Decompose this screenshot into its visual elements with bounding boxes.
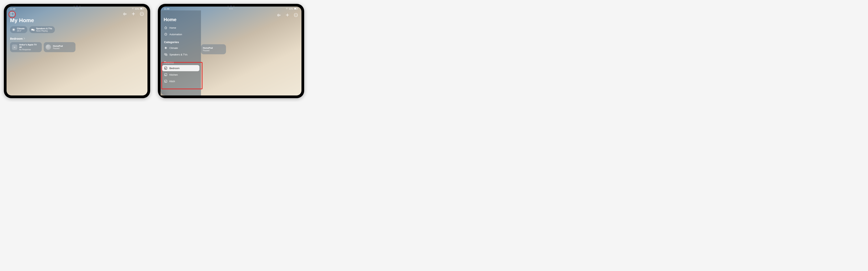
- sidebar-item-kitchen[interactable]: Kitchen: [162, 71, 199, 78]
- tile-subtitle: No Response: [19, 49, 40, 51]
- status-time: 11:49: [164, 8, 169, 10]
- accessory-tile-row: tv Ankur's Apple TV 4K No Response HomeP…: [10, 42, 144, 52]
- svg-point-26: [296, 15, 296, 15]
- section-bedroom[interactable]: Bedroom: [10, 37, 144, 40]
- svg-rect-14: [294, 8, 296, 9]
- status-bar: 11:49 63%: [6, 6, 148, 10]
- status-bar: 11:49 63%: [160, 6, 302, 10]
- chip-title: Climate: [17, 27, 25, 30]
- section-label: Bedroom: [10, 37, 23, 40]
- ipad-frame-2: 11:49 63% Home: [158, 4, 304, 98]
- screen-2: 11:49 63% Home: [160, 6, 302, 95]
- homepod-icon: [45, 44, 51, 50]
- category-chip-row: Climate 28.5° Speakers & TVs None Playin…: [10, 26, 144, 33]
- sidebar-item-label: Bedroom: [169, 67, 180, 70]
- svg-point-8: [141, 14, 141, 14]
- svg-rect-12: [33, 29, 34, 31]
- svg-point-10: [143, 14, 143, 14]
- chip-climate[interactable]: Climate 28.5°: [10, 26, 27, 33]
- svg-point-9: [142, 14, 142, 14]
- tile-homepod-peek[interactable]: HomePod Paused: [201, 44, 226, 54]
- speakers-icon: [31, 28, 35, 31]
- sidebar-item-label: Kitchen: [169, 73, 178, 76]
- intercom-icon[interactable]: [123, 12, 127, 16]
- wifi-icon: [286, 8, 288, 10]
- more-icon[interactable]: [294, 13, 298, 17]
- tile-appletv[interactable]: tv Ankur's Apple TV 4K No Response: [10, 42, 42, 52]
- svg-rect-11: [31, 29, 33, 30]
- sidebar-item-label: Climate: [169, 47, 178, 50]
- appletv-icon: tv: [12, 44, 17, 50]
- sidebar-item-climate[interactable]: Climate: [162, 45, 199, 51]
- room-icon: [164, 73, 167, 77]
- sidebar-title: Home: [162, 12, 199, 25]
- battery-icon: [140, 8, 144, 10]
- status-time: 11:49: [10, 8, 16, 10]
- chevron-right-icon: [24, 37, 25, 40]
- plus-icon[interactable]: [285, 13, 289, 17]
- svg-rect-1: [140, 8, 142, 9]
- room-icon: [164, 80, 167, 83]
- intercom-icon[interactable]: [277, 13, 281, 17]
- room-icon: [164, 66, 167, 70]
- home-icon: [164, 26, 167, 29]
- sidebar-item-label: Speakers & TVs: [169, 53, 187, 56]
- svg-point-25: [295, 15, 295, 15]
- tile-subtitle: Paused: [203, 50, 213, 52]
- svg-rect-3: [10, 12, 14, 16]
- climate-icon: [12, 28, 16, 31]
- svg-point-27: [297, 15, 297, 15]
- climate-icon: [164, 46, 167, 50]
- multitask-dots[interactable]: [229, 8, 233, 9]
- sidebar-item-label: Kitch: [169, 80, 175, 83]
- sidebar-item-kitch[interactable]: Kitch: [162, 78, 199, 84]
- sidebar-item-automation[interactable]: Automation: [162, 31, 199, 37]
- page-title: My Home: [10, 17, 144, 24]
- sidebar-toggle-icon[interactable]: [10, 12, 14, 16]
- svg-rect-2: [144, 8, 144, 9]
- chip-subtitle: None Playing: [36, 30, 52, 32]
- chip-subtitle: 28.5°: [17, 30, 25, 32]
- battery-pct: 63%: [289, 8, 293, 10]
- sidebar-section-categories: Categories: [162, 38, 199, 45]
- ipad-frame-1: 11:49 63%: [4, 4, 150, 98]
- toolbar: [6, 10, 148, 17]
- tile-title: Ankur's Apple TV 4K: [19, 43, 40, 49]
- battery-icon: [294, 8, 298, 10]
- sidebar-item-bedroom[interactable]: Bedroom: [162, 65, 199, 71]
- multitask-dots[interactable]: [75, 8, 79, 9]
- chip-speakers[interactable]: Speakers & TVs None Playing: [29, 26, 55, 33]
- sidebar-item-label: Home: [169, 26, 176, 29]
- chip-title: Speakers & TVs: [36, 27, 52, 30]
- sidebar-item-speakers[interactable]: Speakers & TVs: [162, 51, 199, 58]
- automation-icon: [164, 33, 167, 36]
- tile-title: HomePod: [203, 47, 213, 49]
- tile-subtitle: Paused: [53, 47, 63, 50]
- tile-homepod[interactable]: HomePod Paused: [44, 42, 75, 52]
- tile-title: HomePod: [53, 45, 63, 47]
- sidebar: Home Home Automation Categories: [160, 10, 201, 95]
- sidebar-item-label: Automation: [169, 33, 182, 36]
- sidebar-section-rooms: Rooms: [162, 58, 199, 65]
- more-icon[interactable]: [140, 12, 144, 16]
- speakers-icon: [164, 53, 167, 56]
- wifi-icon: [132, 8, 134, 10]
- svg-rect-15: [298, 8, 298, 9]
- sidebar-item-home[interactable]: Home: [162, 25, 199, 31]
- screen-1: 11:49 63%: [6, 6, 148, 95]
- plus-icon[interactable]: [131, 12, 135, 16]
- battery-pct: 63%: [135, 8, 139, 10]
